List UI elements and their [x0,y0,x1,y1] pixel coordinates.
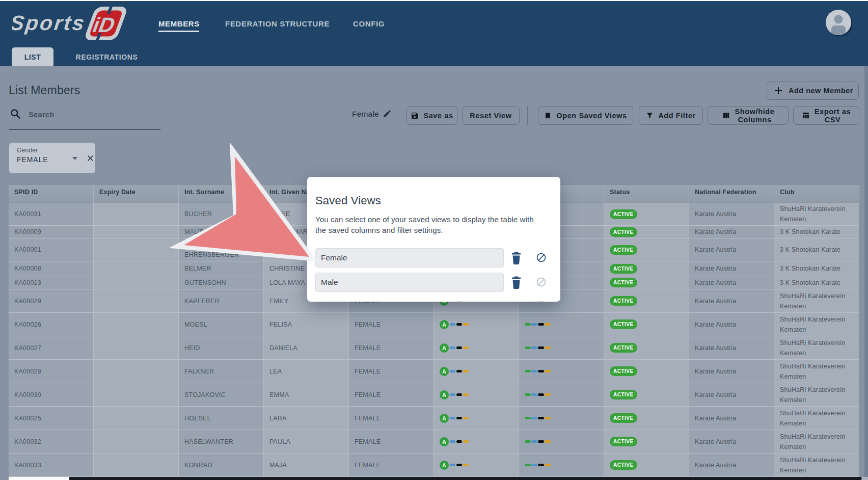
belt-dash-green [525,440,531,443]
user-avatar[interactable] [826,10,852,36]
column-header-club[interactable]: Club [774,184,859,203]
cell-text-line: ShuHaRi Karateverein [780,455,859,465]
cell-status: ACTIVE [604,226,689,238]
status-badge: ACTIVE [610,343,637,353]
dialog-description-line2: the saved columns and filter settings. [315,225,550,236]
tab-registrations[interactable]: REGISTRATIONS [65,47,149,66]
cell-surname: STOJAKOVIC [179,383,264,407]
column-header-spid[interactable]: SPID ID [9,184,94,203]
cell-federation: Karate Austria [689,276,774,289]
belt-dash-blue [531,440,537,443]
belt-dash-black [538,346,544,350]
belt-dash-amber [545,370,551,373]
belt-dash-amber [463,346,469,350]
save-as-button[interactable]: Save as [406,106,457,125]
cell-federation: Karate Austria [689,289,774,313]
status-badge: ACTIVE [610,413,637,423]
belt-indicator [525,393,604,396]
cell-surname: KONRAD [179,454,264,477]
search-underline [9,129,160,130]
belt-indicator: A [440,367,519,376]
avatar-graphic [826,10,852,36]
export-csv-label: Export as CSV [815,108,851,124]
cell-spid: KA00030 [9,383,94,407]
cell-expiry [94,289,179,313]
column-header-federation[interactable]: National Federation [689,184,774,203]
saved-view-name-male[interactable]: Male [315,273,504,292]
chevron-down-icon[interactable] [72,156,78,161]
belt-dash-amber [545,464,551,467]
table-row[interactable]: KA00032HASELWANTERPAULAFEMALEAACTIVEKara… [9,430,859,454]
reset-view-button[interactable]: Reset View [462,106,520,125]
delete-view-icon[interactable] [512,252,521,264]
nav-config[interactable]: CONFIG [353,19,385,28]
table-row[interactable]: KA00030STOJAKOVICEMMAFEMALEAACTIVEKarate… [9,383,859,407]
table-row[interactable]: KA00027HEIDDANIELAFEMALEAACTIVEKarate Au… [9,336,859,360]
cell-club: 3 K Shotokan Karate [774,238,859,261]
sportsid-logo[interactable]: Sports iD [12,5,134,44]
table-row[interactable]: KA00025HOESELLARAFEMALEAACTIVEKarate Aus… [9,407,859,430]
table-row[interactable]: KA00033KONRADMAJAFEMALEAACTIVEKarate Aus… [9,454,859,477]
saved-view-name-female[interactable]: Female [315,248,504,268]
saved-views-dialog: Saved Views You can select one of your s… [307,177,560,302]
delete-view-icon[interactable] [512,276,521,289]
nav-federation-structure[interactable]: FEDERATION STRUCTURE [225,19,330,28]
column-header-surname[interactable]: Int. Surname [179,184,264,203]
chip-value: FEMALE [17,155,48,164]
belt-indicator [525,346,604,350]
belt-dash-black [538,323,544,326]
belt-dash-amber [545,440,551,443]
column-header-expiry[interactable]: Expiry Date [94,184,179,203]
export-csv-button[interactable]: Export as CSV [793,106,859,125]
cell-belt2 [519,336,604,360]
show-hide-columns-button[interactable]: Show/hide Columns [708,106,789,125]
search-field[interactable]: Search [9,107,160,130]
cell-given: PAULA [264,430,349,454]
tab-list[interactable]: LIST [12,47,53,66]
remove-filter-icon[interactable] [86,153,95,163]
table-row[interactable]: KA00026MOESLFELISAFEMALEAACTIVEKarate Au… [9,313,859,336]
cell-spid: KA00008 [9,261,94,276]
saved-view-row: Female [307,248,560,268]
cell-expiry [94,238,179,261]
cell-club: 3 K Shotokan Karate [774,226,859,238]
cell-spid: KA00027 [9,336,94,360]
cell-text-line: ShuHaRi Karateverein [780,385,859,395]
gender-filter-chip: Gender FEMALE [9,143,95,173]
belt-indicator: A [440,320,519,329]
dialog-description-line1: You can select one of your saved views t… [315,215,550,225]
add-new-member-button[interactable]: Add new Member [767,82,859,100]
edit-pencil-icon[interactable] [383,109,392,118]
table-row[interactable]: KA00028FALKNERLEAFEMALEAACTIVEKarate Aus… [9,360,859,383]
belt-dash-black [538,464,544,467]
scrollbar-corner [862,477,868,480]
chip-field-label: Gender [17,147,38,154]
cell-surname: KAPFERER [179,289,264,313]
cell-expiry [94,261,179,276]
vertical-scrollbar[interactable] [864,66,868,477]
cell-spid: KA00033 [9,454,94,477]
reset-view-label: Reset View [470,112,511,120]
cell-text-line: Kematen [780,214,859,224]
cell-text-line: FALKNER [184,366,263,377]
cell-text-line: ShuHaRi Karateverein [780,408,859,418]
add-filter-label: Add Filter [658,112,696,120]
cell-belt2 [519,313,604,336]
deactivate-view-icon[interactable] [536,277,547,287]
deactivate-view-icon[interactable] [536,252,547,263]
column-header-status[interactable]: Status [604,184,689,203]
cell-belt2 [519,383,604,407]
cell-club: ShuHaRi KaratevereinKematen [774,313,859,336]
cell-text-line: GUTENSOHN [184,278,263,288]
nav-members-underline [158,31,199,32]
horizontal-scrollbar-thumb[interactable] [69,477,862,480]
nav-members[interactable]: MEMBERS [158,19,200,28]
belt-dash-black [456,393,463,396]
belt-dash-blue [450,464,456,467]
open-saved-views-button[interactable]: Open Saved Views [538,106,633,125]
grade-circle: A [440,437,449,446]
belt-dash-black [456,464,463,467]
cell-status: ACTIVE [604,313,689,336]
cell-status: ACTIVE [604,360,689,383]
add-filter-button[interactable]: Add Filter [639,106,703,125]
